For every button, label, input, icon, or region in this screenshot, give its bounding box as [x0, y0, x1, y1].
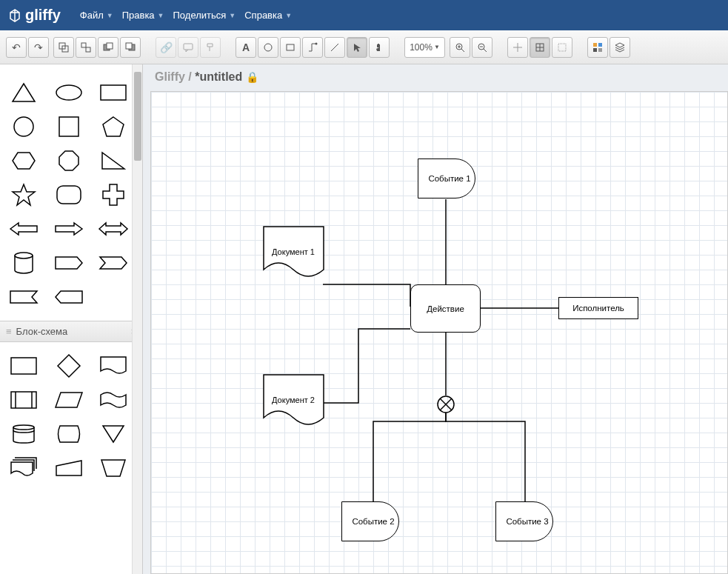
lock-icon: 🔒: [246, 71, 258, 83]
toolbar: ↶ ↷ 🔗 A 100% ▼: [0, 30, 728, 64]
svg-rect-31: [101, 85, 126, 100]
shape-arrow-left[interactable]: [6, 214, 41, 244]
shape-multi-doc[interactable]: [6, 453, 41, 483]
shape-star[interactable]: [6, 180, 41, 210]
shape-right-triangle[interactable]: [96, 146, 131, 176]
shapes-sidebar: ≡Блок-схема ×: [0, 64, 143, 574]
svg-point-11: [315, 42, 318, 44]
node-document2[interactable]: Документ 2: [262, 373, 325, 433]
group-button[interactable]: [53, 37, 74, 58]
shape-database[interactable]: [6, 419, 41, 449]
svg-point-40: [13, 425, 34, 430]
node-actor[interactable]: Исполнитель: [558, 297, 638, 319]
ungroup-button[interactable]: [76, 37, 96, 58]
shape-parallelogram[interactable]: [51, 385, 87, 415]
shape-pentagon[interactable]: [96, 112, 131, 141]
theme-button[interactable]: [587, 37, 608, 58]
shape-rectangle[interactable]: [96, 78, 131, 107]
node-action[interactable]: Действие: [410, 284, 481, 333]
app-name: gliffy: [25, 7, 61, 24]
shape-manual-op[interactable]: [96, 453, 131, 483]
menu-edit[interactable]: Правка▼: [118, 4, 169, 27]
shape-rounded-rect[interactable]: [51, 180, 87, 210]
layers-button[interactable]: [610, 37, 630, 58]
svg-rect-25: [558, 44, 566, 51]
shape-hexagon[interactable]: [6, 146, 41, 176]
node-event3[interactable]: Событие 3: [495, 501, 553, 541]
shape-square[interactable]: [51, 112, 87, 141]
shape-arrow-both[interactable]: [96, 214, 131, 244]
front-button[interactable]: [98, 37, 118, 58]
svg-rect-7: [126, 43, 132, 49]
rect-tool-button[interactable]: [280, 37, 301, 58]
shape-cylinder[interactable]: [6, 248, 41, 278]
link-button[interactable]: 🔗: [156, 37, 176, 58]
node-event2[interactable]: Событие 2: [341, 501, 399, 541]
shape-manual-input[interactable]: [51, 453, 87, 483]
basic-shapes-section: [0, 64, 142, 321]
redo-button[interactable]: ↷: [28, 37, 49, 58]
shape-wave[interactable]: [96, 385, 131, 415]
shape-plus[interactable]: [96, 180, 131, 210]
connector-tool-button[interactable]: [302, 37, 323, 58]
svg-line-18: [484, 49, 487, 52]
shape-document[interactable]: [96, 351, 131, 381]
zoom-in-button[interactable]: [450, 37, 470, 58]
snap-guides-button[interactable]: [507, 37, 528, 58]
svg-point-35: [15, 253, 33, 258]
grid-background: Событие 1 Документ 1 Действие Исполнител…: [150, 91, 728, 574]
comment-button[interactable]: [178, 37, 198, 58]
menu-help[interactable]: Справка▼: [240, 4, 296, 27]
back-button[interactable]: [120, 37, 141, 58]
zoom-out-button[interactable]: [472, 37, 492, 58]
svg-rect-28: [593, 48, 597, 52]
shape-octagon[interactable]: [51, 146, 87, 176]
shape-hex-pointer[interactable]: [51, 248, 87, 278]
svg-rect-33: [59, 117, 79, 136]
text-tool-button[interactable]: A: [236, 37, 256, 58]
svg-rect-8: [184, 44, 193, 50]
line-tool-button[interactable]: [324, 37, 345, 58]
shape-arrow-right[interactable]: [51, 214, 87, 244]
shape-predefined[interactable]: [6, 385, 41, 415]
snap-grid-button[interactable]: [552, 37, 572, 58]
sidebar-scrollbar[interactable]: [132, 64, 142, 574]
svg-point-30: [56, 85, 81, 100]
shape-display[interactable]: [51, 419, 87, 449]
shape-ellipse[interactable]: [51, 78, 87, 107]
svg-point-9: [264, 44, 272, 51]
shape-circle[interactable]: [6, 112, 41, 141]
shape-decision[interactable]: [51, 351, 87, 381]
shape-chevron[interactable]: [96, 248, 131, 278]
format-painter-button[interactable]: [200, 37, 221, 58]
svg-line-14: [461, 49, 464, 52]
zoom-display[interactable]: 100% ▼: [404, 37, 445, 58]
svg-text:Документ 2: Документ 2: [272, 396, 315, 404]
menubar: gliffy Файл▼ Правка▼ Поделиться▼ Справка…: [0, 0, 728, 30]
hand-tool-button[interactable]: [369, 37, 390, 58]
svg-line-46: [440, 398, 452, 410]
show-grid-button[interactable]: [530, 37, 550, 58]
svg-rect-34: [57, 186, 81, 204]
node-document1[interactable]: Документ 1: [262, 225, 325, 284]
svg-line-45: [440, 398, 452, 410]
scrollbar-thumb[interactable]: [134, 72, 141, 161]
svg-rect-3: [86, 47, 90, 52]
shape-tag[interactable]: [51, 282, 87, 312]
circle-tool-button[interactable]: [258, 37, 278, 58]
pointer-tool-button[interactable]: [347, 37, 367, 58]
shape-triangle-down[interactable]: [96, 419, 131, 449]
menu-share[interactable]: Поделиться▼: [169, 4, 241, 27]
shape-triangle[interactable]: [6, 78, 41, 107]
shape-banner[interactable]: [6, 282, 41, 312]
undo-button[interactable]: ↶: [6, 37, 27, 58]
node-event1[interactable]: Событие 1: [418, 158, 475, 198]
block-shapes-section: [0, 342, 142, 492]
section-block-header[interactable]: ≡Блок-схема ×: [0, 321, 142, 342]
breadcrumb: Gliffy / *untitled 🔒: [155, 70, 258, 84]
shape-process[interactable]: [6, 351, 41, 381]
svg-rect-36: [11, 358, 36, 374]
svg-line-12: [331, 44, 338, 51]
canvas[interactable]: Gliffy / *untitled 🔒: [143, 64, 728, 574]
menu-file[interactable]: Файл▼: [76, 4, 118, 27]
